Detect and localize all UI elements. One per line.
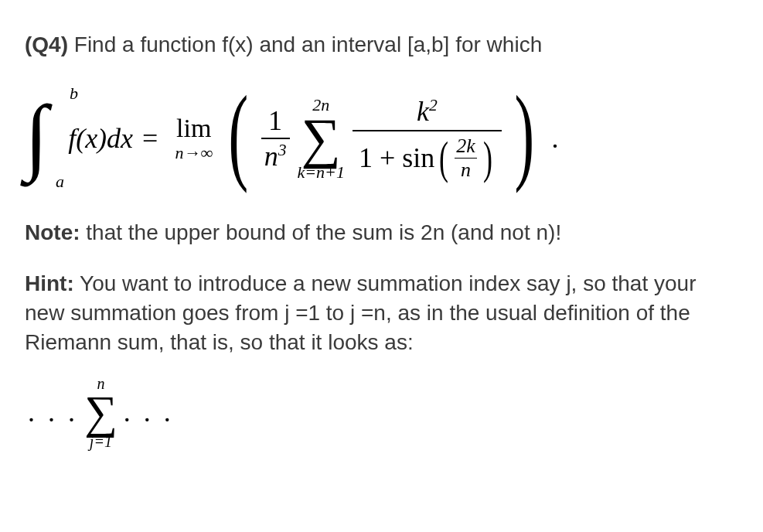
equals-sign: = <box>142 122 158 155</box>
dots-right: . . . <box>124 396 174 428</box>
inner-paren-left: ( <box>439 137 448 179</box>
note-text: that the upper bound of the sum is 2n (a… <box>86 220 561 244</box>
hint-label: Hint: <box>25 271 74 295</box>
sigma-sign-2: ∑ <box>84 393 118 432</box>
hint-block: Hint: You want to introduce a new summat… <box>25 269 738 356</box>
summation-j: n ∑ j=1 <box>84 376 118 449</box>
limit-text: lim <box>176 115 211 142</box>
integral-sign: ∫ <box>25 93 48 178</box>
question-heading: (Q4) Find a function f(x) and an interva… <box>25 31 738 59</box>
riemann-sum-template: . . . n ∑ j=1 . . . <box>28 376 738 449</box>
note-block: Note: that the upper bound of the sum is… <box>25 218 738 247</box>
summand-fraction: k2 1 + sin ( 2k n ) <box>353 97 502 180</box>
limit: lim n→∞ <box>175 115 213 162</box>
page: (Q4) Find a function f(x) and an interva… <box>0 0 763 532</box>
dots-left: . . . <box>28 396 78 428</box>
sigma-sign: ∑ <box>301 115 341 162</box>
frac-num: 1 <box>265 107 285 138</box>
hint-text: You want to introduce a new summation in… <box>25 271 696 354</box>
inner-paren-right: ) <box>483 137 492 179</box>
frac-den: n3 <box>261 139 290 170</box>
main-formula: ∫ b a f(x)dx = lim n→∞ ( 1 n3 <box>25 80 738 196</box>
integral: ∫ b a <box>25 80 48 196</box>
one-over-n-cubed: 1 n3 <box>261 107 290 170</box>
summand-den: 1 + sin ( 2k n ) <box>353 131 502 180</box>
sum-lower: k=n+1 <box>298 164 345 181</box>
sumj-lower: j=1 <box>90 434 112 449</box>
question-label: (Q4) <box>25 32 68 56</box>
integral-lower-bound: a <box>56 172 64 192</box>
integrand: f(x)dx <box>68 122 133 155</box>
big-paren-right: ) <box>514 85 534 182</box>
summation: 2n ∑ k=n+1 <box>298 97 345 181</box>
limit-sub: n→∞ <box>175 145 213 162</box>
sin-arg-fraction: 2k n <box>455 136 477 180</box>
integral-upper-bound: b <box>70 84 78 104</box>
period: . <box>551 122 558 155</box>
note-label: Note: <box>25 220 80 244</box>
big-paren-left: ( <box>229 85 249 182</box>
question-prompt: Find a function f(x) and an interval [a,… <box>74 32 542 56</box>
summand-num: k2 <box>410 97 444 130</box>
